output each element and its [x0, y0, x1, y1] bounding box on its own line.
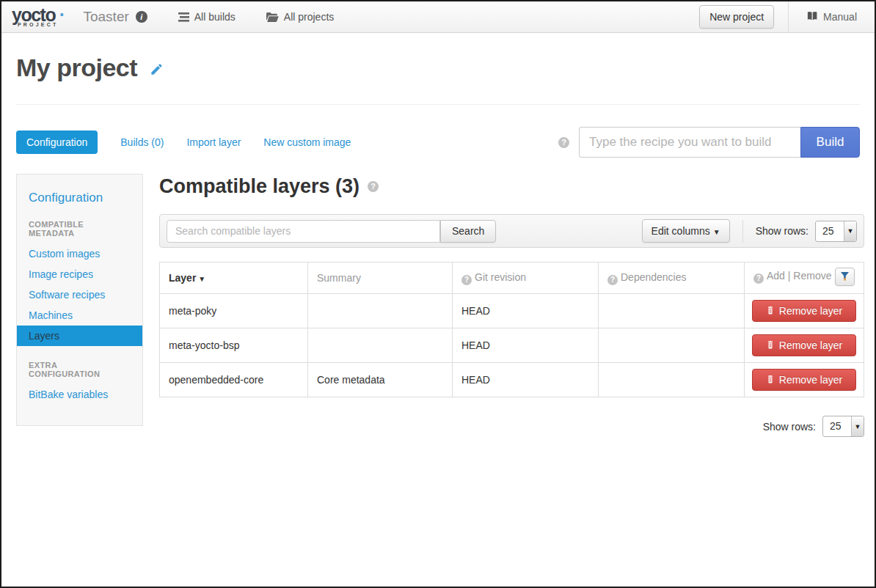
cell-dependencies	[599, 294, 745, 328]
info-icon[interactable]: i	[136, 11, 147, 23]
table-toolbar: Search Edit columns▼ Show rows: 25 ▼	[159, 214, 864, 248]
column-header-layer[interactable]: Layer▼	[160, 262, 308, 294]
column-header-summary[interactable]: Summary	[308, 262, 453, 294]
edit-columns-button[interactable]: Edit columns▼	[642, 219, 730, 243]
cell-git-revision: HEAD	[453, 363, 599, 397]
show-rows-value: 25	[823, 416, 851, 436]
trash-icon	[766, 339, 775, 351]
nav-all-projects[interactable]: All projects	[266, 11, 334, 23]
show-rows-select[interactable]: 25 ▼	[815, 221, 857, 242]
book-icon	[806, 11, 817, 23]
column-header-add-remove[interactable]: ?Add | Remove	[745, 262, 864, 294]
app-name: Toaster	[83, 9, 128, 25]
nav-all-builds-label: All builds	[194, 11, 236, 23]
cell-summary	[308, 328, 453, 363]
table-row: meta-poky HEAD Remove layer	[160, 294, 864, 328]
cell-summary: Core metadata	[308, 363, 453, 397]
folder-icon	[266, 12, 279, 22]
list-icon	[178, 12, 189, 22]
toaster-app: yocto · PROJECT Toaster i All builds All…	[0, 0, 876, 588]
build-help-icon[interactable]: ?	[558, 137, 569, 148]
sidebar: Configuration COMPATIBLE METADATA Custom…	[16, 174, 143, 426]
select-caret-icon: ▼	[851, 416, 864, 436]
select-caret-icon: ▼	[844, 221, 856, 241]
cell-layer: meta-poky	[160, 294, 308, 328]
search-input[interactable]	[167, 220, 440, 243]
chevron-down-icon: ▼	[713, 228, 720, 236]
sidebar-item-image-recipes[interactable]: Image recipes	[17, 264, 142, 284]
toolbar-right: Edit columns▼ Show rows: 25 ▼	[642, 219, 857, 243]
trash-icon	[766, 374, 775, 386]
cell-dependencies	[599, 328, 745, 363]
sidebar-item-bitbake-variables[interactable]: BitBake variables	[17, 384, 142, 405]
show-rows-label: Show rows:	[763, 421, 816, 433]
tab-configuration[interactable]: Configuration	[16, 131, 98, 154]
page-header: My project	[16, 33, 860, 105]
cell-action: Remove layer	[745, 328, 864, 363]
build-button[interactable]: Build	[800, 127, 860, 158]
compatible-layers-help-icon[interactable]: ?	[368, 181, 379, 192]
sidebar-item-software-recipes[interactable]: Software recipes	[17, 284, 142, 305]
filter-button[interactable]	[835, 268, 855, 286]
remove-layer-button[interactable]: Remove layer	[752, 300, 856, 322]
show-rows-value: 25	[816, 221, 844, 241]
nav-all-projects-label: All projects	[284, 11, 334, 23]
compatible-layers-table: Layer▼ Summary ?Git revision ?Dependenci…	[159, 262, 864, 397]
new-project-button[interactable]: New project	[699, 5, 774, 29]
toolbar-divider	[742, 220, 743, 243]
cell-layer: openembedded-core	[160, 363, 308, 397]
navbar-right: New project Manual	[699, 1, 875, 32]
tab-new-custom-image[interactable]: New custom image	[263, 136, 351, 148]
sidebar-item-custom-images[interactable]: Custom images	[17, 243, 142, 264]
search-button[interactable]: Search	[440, 220, 496, 243]
sidebar-heading-extra-configuration: EXTRA CONFIGURATION	[17, 361, 142, 378]
top-navbar: yocto · PROJECT Toaster i All builds All…	[1, 1, 875, 33]
sort-desc-icon: ▼	[198, 275, 205, 283]
content: Configuration COMPATIBLE METADATA Custom…	[16, 174, 860, 437]
cell-git-revision: HEAD	[453, 328, 599, 363]
edit-project-name-icon[interactable]	[150, 66, 164, 78]
yocto-logo-subtext: PROJECT	[18, 22, 58, 27]
compatible-layers-heading: Compatible layers (3) ?	[159, 175, 864, 198]
nav-all-builds[interactable]: All builds	[178, 11, 236, 23]
page-title: My project	[16, 54, 137, 81]
build-form: ? Build	[558, 127, 860, 158]
table-header-row: Layer▼ Summary ?Git revision ?Dependenci…	[160, 262, 864, 294]
tab-import-layer[interactable]: Import layer	[186, 136, 241, 148]
table-row: meta-yocto-bsp HEAD Remove layer	[160, 328, 864, 363]
manual-label: Manual	[823, 11, 857, 23]
column-header-git-revision[interactable]: ?Git revision	[453, 262, 599, 294]
show-rows-label: Show rows:	[756, 225, 809, 237]
bottom-pagination: Show rows: 25 ▼	[159, 416, 864, 437]
project-tabs-row: Configuration Builds (0) Import layer Ne…	[16, 127, 860, 158]
cell-action: Remove layer	[745, 363, 864, 397]
cell-summary	[308, 294, 453, 328]
build-recipe-input[interactable]	[579, 127, 800, 158]
remove-layer-button[interactable]: Remove layer	[752, 334, 856, 356]
cell-dependencies	[599, 363, 745, 397]
cell-git-revision: HEAD	[453, 294, 599, 328]
tab-builds[interactable]: Builds (0)	[120, 136, 164, 148]
sidebar-title-configuration[interactable]: Configuration	[17, 191, 142, 205]
remove-layer-button[interactable]: Remove layer	[752, 369, 856, 391]
git-revision-help-icon[interactable]: ?	[461, 275, 472, 285]
add-remove-help-icon[interactable]: ?	[753, 273, 764, 284]
sidebar-item-layers[interactable]: Layers	[17, 326, 142, 346]
trash-icon	[766, 305, 775, 317]
cell-layer: meta-yocto-bsp	[160, 328, 308, 363]
show-rows-select-bottom[interactable]: 25 ▼	[822, 416, 864, 437]
funnel-icon	[841, 271, 849, 283]
sidebar-heading-compatible-metadata: COMPATIBLE METADATA	[17, 220, 142, 238]
table-row: openembedded-core Core metadata HEAD Rem…	[160, 363, 864, 397]
column-header-dependencies[interactable]: ?Dependencies	[599, 262, 745, 294]
sidebar-item-machines[interactable]: Machines	[17, 305, 142, 326]
dependencies-help-icon[interactable]: ?	[607, 275, 618, 285]
yocto-logo[interactable]: yocto · PROJECT	[12, 7, 64, 27]
manual-link[interactable]: Manual	[789, 11, 875, 23]
yocto-logo-text: yocto ·	[12, 7, 64, 23]
cell-action: Remove layer	[745, 294, 864, 328]
main-panel: Compatible layers (3) ? Search Edit colu…	[159, 174, 864, 437]
